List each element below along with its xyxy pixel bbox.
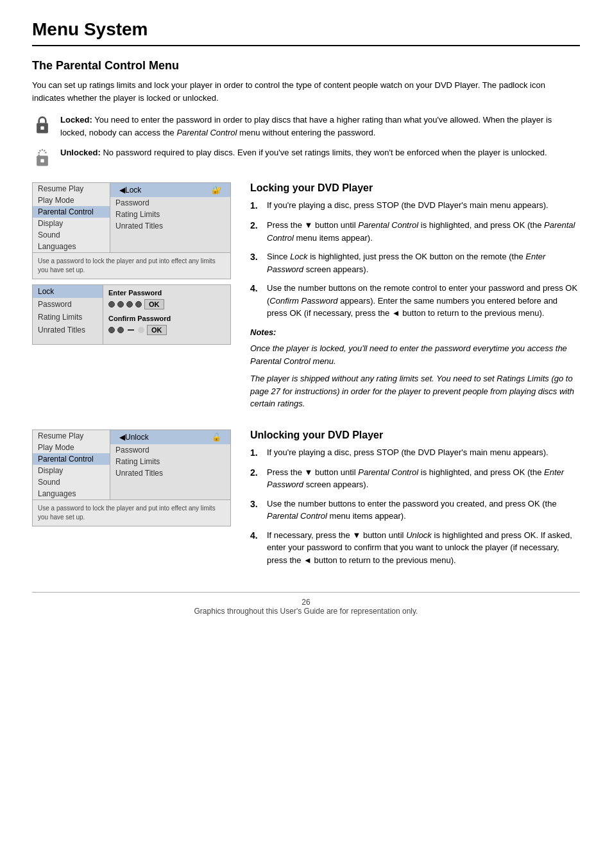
page-footer: 26 Graphics throughout this User's Guide… — [32, 592, 580, 616]
intro-text: You can set up ratings limits and lock y… — [32, 79, 580, 104]
locked-icon — [32, 114, 53, 137]
menu3-submenu-layout: Resume Play Play Mode Parental Control D… — [33, 430, 230, 499]
password-panel: Lock Password Rating Limits Unrated Titl… — [32, 284, 231, 345]
menu3-unlock-row: ◀Unlock 🔓 — [110, 430, 230, 444]
confirm-password-dots: OK — [108, 325, 225, 335]
menu-submenu-unrated-titles: Unrated Titles — [110, 220, 230, 232]
menu-right-items: ◀Lock 🔐 Password Rating Limits Unrated T… — [110, 183, 230, 252]
menu-submenu-layout: Resume Play Play Mode Parental Control D… — [33, 183, 230, 252]
confirm-password-label: Confirm Password — [108, 315, 225, 322]
menu-item-sound: Sound — [33, 229, 110, 241]
menu3-display: Display — [33, 465, 110, 476]
menu-item-display: Display — [33, 218, 110, 229]
enter-password-label: Enter Password — [108, 289, 225, 297]
locking-step-2: 2. Press the ▼ button until Parental Con… — [250, 219, 580, 244]
pw-menu-rating-limits: Rating Limits — [33, 311, 103, 324]
menu-hint-1: Use a password to lock the player and pu… — [33, 252, 230, 279]
conf-dot1 — [108, 327, 115, 333]
enter-password-dots: OK — [108, 299, 225, 309]
dot3 — [126, 301, 133, 308]
menu-submenu-lock-row: ◀Lock 🔐 — [110, 183, 230, 197]
unlocked-icon — [32, 146, 53, 169]
menu3-sound: Sound — [33, 476, 110, 488]
ok-button-1[interactable]: OK — [144, 299, 164, 309]
footer-note: Graphics throughout this User's Guide ar… — [194, 607, 418, 616]
menu3-password: Password — [110, 444, 230, 456]
locking-heading: Locking your DVD Player — [250, 182, 580, 194]
menu-item-languages: Languages — [33, 241, 110, 252]
page-number: 26 — [302, 598, 310, 607]
menu3-right: ◀Unlock 🔓 Password Rating Limits Unrated… — [110, 430, 230, 499]
ok-button-2[interactable]: OK — [147, 325, 167, 335]
menu-submenu-rating-limits: Rating Limits — [110, 209, 230, 220]
unlocking-instructions: Unlocking your DVD Player 1. If you're p… — [250, 430, 580, 573]
menu-submenu-password: Password — [110, 197, 230, 209]
locking-instructions: Locking your DVD Player 1. If you're pla… — [250, 182, 580, 410]
section1-heading: The Parental Control Menu — [32, 59, 580, 73]
unlock-padlock-icon: 🔓 — [212, 433, 221, 442]
conf-dash — [128, 329, 134, 331]
dot4 — [135, 301, 142, 308]
unlocked-entry: Unlocked: No password required to play d… — [32, 146, 580, 169]
conf-dot2 — [117, 327, 124, 333]
dot2 — [117, 301, 124, 308]
locked-text: Locked: You need to enter the password i… — [60, 114, 580, 139]
menu-left-items: Resume Play Play Mode Parental Control D… — [33, 183, 110, 252]
locking-step-4: 4. Use the number buttons on the remote … — [250, 282, 580, 320]
menu3-unrated-titles: Unrated Titles — [110, 467, 230, 479]
svg-rect-3 — [40, 159, 44, 162]
lock-padlock-icon: 🔐 — [212, 186, 221, 195]
unlocking-heading: Unlocking your DVD Player — [250, 430, 580, 441]
svg-rect-1 — [40, 126, 44, 130]
unlock-row-content: ◀Unlock 🔓 — [115, 431, 225, 443]
page-title: Menu System — [32, 19, 580, 46]
unlocking-step-3: 3. Use the number buttons to enter the p… — [250, 498, 580, 523]
menu3-left: Resume Play Play Mode Parental Control D… — [33, 430, 110, 499]
menu3-rating-limits: Rating Limits — [110, 456, 230, 467]
unlocked-text: Unlocked: No password required to play d… — [60, 146, 547, 159]
unlocking-step-4: 4. If necessary, press the ▼ button unti… — [250, 529, 580, 567]
pw-menu-password: Password — [33, 298, 103, 311]
locking-section: Resume Play Play Mode Parental Control D… — [32, 182, 580, 410]
notes-section: Notes: Once the player is locked, you'll… — [250, 326, 580, 410]
unlocking-step-1: 1. If you're playing a disc, press STOP … — [250, 446, 580, 460]
pw-menu-lock: Lock — [33, 285, 103, 298]
locking-step-1: 1. If you're playing a disc, press STOP … — [250, 199, 580, 213]
password-entry-panel: Enter Password OK Confirm Password OK — [103, 285, 230, 344]
pw-menu-unrated: Unrated Titles — [33, 324, 103, 336]
conf-empty — [138, 327, 144, 333]
unlocking-section: Resume Play Play Mode Parental Control D… — [32, 430, 580, 573]
menu3-resume-play: Resume Play — [33, 430, 110, 442]
locking-step-3: 3. Since Lock is highlighted, just press… — [250, 250, 580, 275]
menu-item-resume-play: Resume Play — [33, 183, 110, 195]
menu-screenshot-1: Resume Play Play Mode Parental Control D… — [32, 182, 231, 279]
locked-entry: Locked: You need to enter the password i… — [32, 114, 580, 139]
password-left-menu: Lock Password Rating Limits Unrated Titl… — [33, 285, 103, 344]
menu3-play-mode: Play Mode — [33, 442, 110, 453]
unlocking-menu-col: Resume Play Play Mode Parental Control D… — [32, 430, 231, 530]
locking-steps-list: 1. If you're playing a disc, press STOP … — [250, 199, 580, 320]
lock-row-content: ◀Lock 🔐 — [115, 184, 225, 196]
menu3-parental-control: Parental Control — [33, 453, 110, 465]
menu-item-play-mode: Play Mode — [33, 195, 110, 206]
unlocking-steps-list: 1. If you're playing a disc, press STOP … — [250, 446, 580, 567]
menu-screenshot-3: Resume Play Play Mode Parental Control D… — [32, 430, 231, 526]
menu-screenshots-col: Resume Play Play Mode Parental Control D… — [32, 182, 231, 345]
lock-arrow: ◀Lock — [119, 186, 141, 195]
dot1 — [108, 301, 115, 308]
unlock-arrow: ◀Unlock — [119, 433, 149, 442]
unlocking-step-2: 2. Press the ▼ button until Parental Con… — [250, 466, 580, 491]
menu-item-parental-control-highlighted: Parental Control — [33, 206, 110, 218]
menu-hint-3: Use a password to lock the player and pu… — [33, 499, 230, 526]
menu3-languages: Languages — [33, 488, 110, 499]
